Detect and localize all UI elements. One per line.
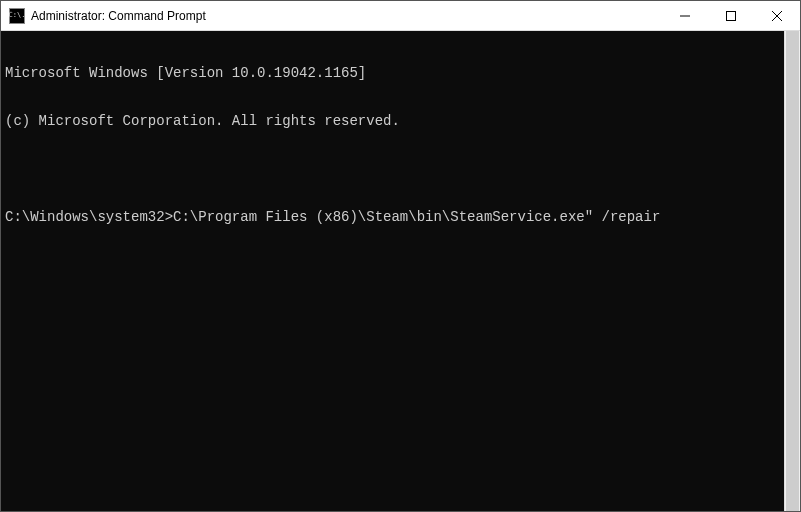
minimize-icon <box>680 11 690 21</box>
terminal-line <box>5 161 780 177</box>
cmd-icon: C:\. <box>9 8 25 24</box>
window-title: Administrator: Command Prompt <box>31 9 662 23</box>
terminal-output[interactable]: Microsoft Windows [Version 10.0.19042.11… <box>1 31 784 511</box>
cmd-icon-text: C:\. <box>9 12 26 19</box>
maximize-icon <box>726 11 736 21</box>
terminal-line: (c) Microsoft Corporation. All rights re… <box>5 113 780 129</box>
vertical-scrollbar[interactable] <box>784 31 800 511</box>
terminal-line: C:\Windows\system32>C:\Program Files (x8… <box>5 209 780 225</box>
maximize-button[interactable] <box>708 1 754 30</box>
command-prompt-window: C:\. Administrator: Command Prompt Micro… <box>0 0 801 512</box>
minimize-button[interactable] <box>662 1 708 30</box>
close-icon <box>772 11 782 21</box>
svg-rect-1 <box>727 11 736 20</box>
scrollbar-thumb[interactable] <box>786 31 799 511</box>
titlebar[interactable]: C:\. Administrator: Command Prompt <box>1 1 800 31</box>
window-controls <box>662 1 800 30</box>
terminal-line: Microsoft Windows [Version 10.0.19042.11… <box>5 65 780 81</box>
close-button[interactable] <box>754 1 800 30</box>
terminal-area: Microsoft Windows [Version 10.0.19042.11… <box>1 31 800 511</box>
